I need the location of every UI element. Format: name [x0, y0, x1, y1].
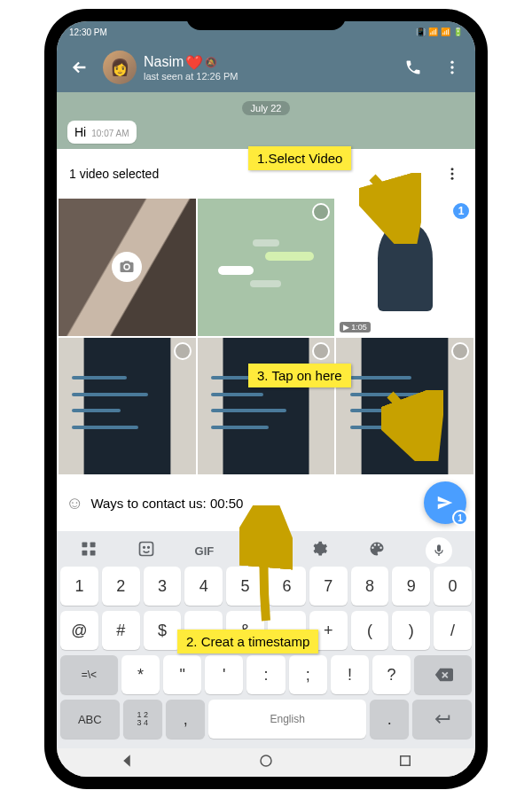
date-chip: July 22	[242, 101, 291, 115]
camera-tile[interactable]	[59, 199, 196, 336]
svg-point-4	[451, 173, 454, 176]
shift-key[interactable]: =\<	[60, 655, 118, 694]
select-circle[interactable]	[312, 203, 330, 221]
svg-rect-7	[90, 543, 96, 548]
svg-point-3	[451, 168, 454, 170]
key[interactable]: /	[434, 611, 472, 650]
kb-mic-icon[interactable]	[426, 537, 452, 564]
callout-3: 3. Tap on here	[248, 364, 351, 387]
key[interactable]: ?	[372, 655, 411, 694]
selected-badge[interactable]: 1	[451, 201, 471, 221]
phone-notch	[186, 9, 346, 30]
chat-header: 👩 Nasim ❤️ 🔕 last seen at 12:26 PM	[57, 43, 475, 92]
system-navbar	[57, 748, 475, 777]
kb-more-icon[interactable]	[80, 540, 98, 561]
contact-name: Nasim ❤️ 🔕	[144, 54, 390, 71]
contact-name-text: Nasim	[144, 54, 184, 70]
key[interactable]: 9	[392, 567, 430, 606]
svg-rect-16	[401, 756, 411, 766]
key[interactable]: ;	[289, 655, 327, 694]
abc-key[interactable]: ABC	[60, 700, 120, 739]
vibrate-icon: 📳	[416, 27, 426, 36]
space-key[interactable]: English	[208, 700, 366, 739]
svg-point-11	[144, 547, 145, 549]
comma-key[interactable]: ,	[166, 700, 205, 739]
more-button[interactable]	[436, 51, 468, 83]
camera-icon	[112, 252, 142, 282]
video-duration: ▶ 1:05	[340, 322, 371, 332]
media-thumb[interactable]	[198, 199, 335, 336]
callout-2: 2. Creat a timestamp	[177, 630, 318, 653]
arrow-3	[381, 390, 443, 461]
header-text[interactable]: Nasim ❤️ 🔕 last seen at 12:26 PM	[144, 54, 390, 82]
signal-icon: 📶	[428, 27, 438, 36]
numbers-key[interactable]: 1 2 3 4	[123, 700, 162, 739]
keyboard-row-3: =\< * " ' : ; ! ?	[60, 655, 472, 694]
key[interactable]: )	[392, 611, 430, 650]
message-text: Hi	[74, 125, 86, 139]
key[interactable]: 3	[144, 567, 182, 606]
key[interactable]: 1	[60, 567, 98, 606]
status-right: 📳 📶 📶 🔋	[416, 27, 463, 36]
picker-title: 1 video selected	[69, 167, 159, 181]
svg-rect-8	[82, 551, 88, 556]
incoming-message[interactable]: Hi 10:07 AM	[67, 121, 137, 144]
backspace-key[interactable]	[414, 655, 472, 694]
key[interactable]: 8	[351, 567, 389, 606]
message-time: 10:07 AM	[91, 129, 129, 138]
media-thumb[interactable]	[198, 338, 335, 475]
media-thumb[interactable]	[59, 338, 196, 475]
select-circle[interactable]	[451, 342, 469, 360]
select-circle[interactable]	[312, 342, 330, 360]
signal-icon-2: 📶	[441, 27, 450, 36]
key[interactable]: !	[331, 655, 369, 694]
battery-icon: 🔋	[453, 27, 463, 36]
key[interactable]: 7	[309, 567, 348, 606]
key[interactable]: :	[246, 655, 285, 694]
arrow-1	[359, 173, 421, 244]
svg-point-1	[450, 66, 453, 68]
keyboard-row-4: ABC 1 2 3 4 , English .	[60, 700, 472, 739]
nav-back[interactable]	[119, 753, 135, 772]
status-time: 12:30 PM	[69, 27, 107, 37]
svg-point-12	[148, 547, 150, 549]
key[interactable]: (	[351, 611, 389, 650]
call-button[interactable]	[397, 51, 429, 83]
avatar[interactable]: 👩	[103, 51, 137, 84]
key[interactable]: 4	[184, 567, 223, 606]
period-key[interactable]: .	[370, 700, 409, 739]
key[interactable]: 0	[434, 567, 472, 606]
nav-home[interactable]	[258, 753, 274, 772]
nav-recent[interactable]	[397, 753, 413, 772]
key[interactable]: 2	[102, 567, 140, 606]
svg-rect-6	[82, 543, 88, 548]
svg-point-0	[450, 61, 453, 64]
key[interactable]: *	[121, 655, 160, 694]
svg-point-15	[261, 755, 271, 766]
svg-point-2	[450, 71, 453, 74]
select-circle[interactable]	[174, 342, 192, 360]
kb-settings-icon[interactable]	[310, 540, 328, 561]
key[interactable]: #	[102, 611, 140, 650]
key[interactable]: '	[205, 655, 243, 694]
mute-icon: 🔕	[205, 57, 217, 68]
back-button[interactable]	[64, 51, 96, 83]
send-button[interactable]: 1	[424, 481, 466, 524]
callout-1: 1.Select Video	[248, 146, 351, 170]
svg-rect-9	[90, 551, 96, 556]
kb-gif-button[interactable]: GIF	[195, 544, 215, 558]
kb-theme-icon[interactable]	[368, 540, 386, 561]
arrow-2	[239, 505, 293, 630]
kb-sticker-icon[interactable]	[137, 540, 155, 561]
picker-more-button[interactable]	[442, 158, 463, 190]
svg-point-5	[451, 177, 454, 180]
emoji-button[interactable]: ☺	[66, 493, 83, 513]
chat-area: July 22 Hi 10:07 AM	[57, 92, 475, 149]
key[interactable]: $	[144, 611, 182, 650]
enter-key[interactable]	[412, 700, 472, 739]
key[interactable]: @	[60, 611, 98, 650]
svg-rect-10	[139, 543, 153, 556]
last-seen: last seen at 12:26 PM	[144, 71, 390, 82]
key[interactable]: "	[163, 655, 201, 694]
heart-icon: ❤️	[185, 54, 203, 71]
